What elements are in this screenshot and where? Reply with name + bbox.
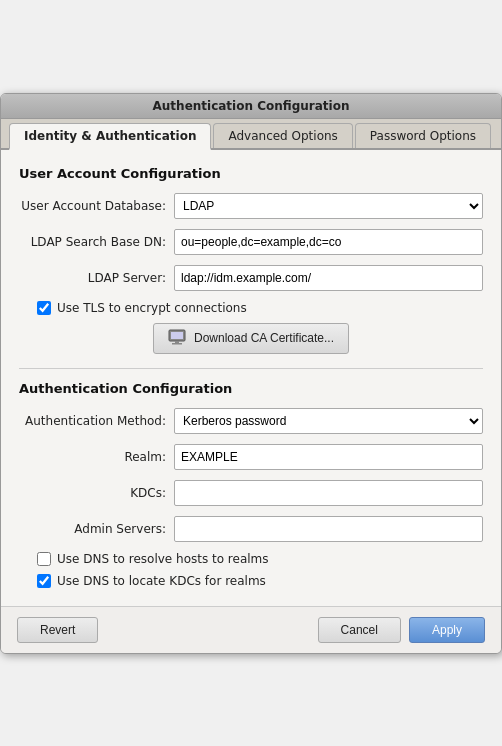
ldap-search-label: LDAP Search Base DN: [19,235,174,249]
ldap-search-row: LDAP Search Base DN: [19,229,483,255]
admin-servers-input[interactable] [174,516,483,542]
title-bar: Authentication Configuration [1,94,501,119]
ca-icon [168,329,188,348]
ldap-server-input[interactable] [174,265,483,291]
user-account-section-title: User Account Configuration [19,166,483,181]
cancel-button[interactable]: Cancel [318,617,401,643]
dns-locate-checkbox[interactable] [37,574,51,588]
dns-locate-label: Use DNS to locate KDCs for realms [57,574,266,588]
tab-bar: Identity & Authentication Advanced Optio… [1,119,501,150]
ldap-server-label: LDAP Server: [19,271,174,285]
auth-method-select[interactable]: Kerberos password [174,408,483,434]
kdcs-input[interactable] [174,480,483,506]
tls-checkbox[interactable] [37,301,51,315]
user-account-database-select[interactable]: LDAP [174,193,483,219]
download-ca-button[interactable]: Download CA Certificate... [153,323,349,354]
tab-content: User Account Configuration User Account … [1,150,501,606]
ldap-server-row: LDAP Server: [19,265,483,291]
svg-rect-3 [172,343,182,345]
admin-servers-row: Admin Servers: [19,516,483,542]
footer-right-buttons: Cancel Apply [318,617,485,643]
user-account-database-row: User Account Database: LDAP [19,193,483,219]
tls-label: Use TLS to encrypt connections [57,301,247,315]
tab-password[interactable]: Password Options [355,123,491,148]
window-title: Authentication Configuration [153,99,350,113]
auth-method-label: Authentication Method: [19,414,174,428]
dns-locate-row: Use DNS to locate KDCs for realms [37,574,483,588]
realm-row: Realm: [19,444,483,470]
svg-rect-2 [175,341,179,343]
tab-advanced[interactable]: Advanced Options [213,123,352,148]
svg-rect-1 [171,332,183,339]
tab-identity[interactable]: Identity & Authentication [9,123,211,150]
admin-servers-label: Admin Servers: [19,522,174,536]
user-account-database-label: User Account Database: [19,199,174,213]
auth-method-row: Authentication Method: Kerberos password [19,408,483,434]
realm-label: Realm: [19,450,174,464]
dns-resolve-row: Use DNS to resolve hosts to realms [37,552,483,566]
ldap-search-input[interactable] [174,229,483,255]
kdcs-label: KDCs: [19,486,174,500]
realm-input[interactable] [174,444,483,470]
tls-checkbox-row: Use TLS to encrypt connections [37,301,483,315]
auth-config-section-title: Authentication Configuration [19,381,483,396]
dns-resolve-checkbox[interactable] [37,552,51,566]
revert-button[interactable]: Revert [17,617,98,643]
kdcs-row: KDCs: [19,480,483,506]
main-window: Authentication Configuration Identity & … [0,93,502,654]
apply-button[interactable]: Apply [409,617,485,643]
section-divider [19,368,483,369]
ca-button-label: Download CA Certificate... [194,331,334,345]
dns-resolve-label: Use DNS to resolve hosts to realms [57,552,269,566]
footer: Revert Cancel Apply [1,606,501,653]
